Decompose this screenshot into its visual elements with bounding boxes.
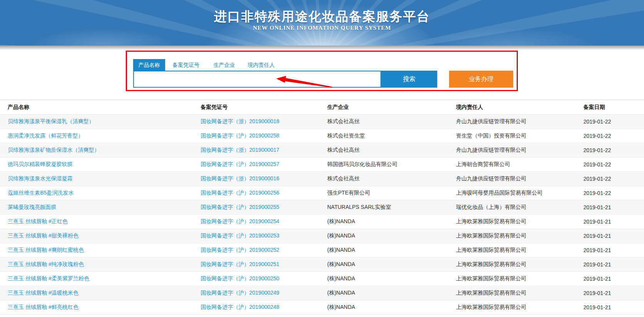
table-row: 蔻姬丝维生素B5盈润洗发水国妆网备进字（沪）2019000256强生PTE有限公…: [0, 186, 644, 200]
domestic-responsible-cell: 舟山九捷供应链管理有限公司: [456, 143, 583, 158]
header-banner: 进口非特殊用途化妆品备案服务平台 NEW ONLINE INFOMATION Q…: [0, 0, 644, 46]
certificate-number-link[interactable]: 国妆网备进字（沪）2019000254: [201, 215, 327, 229]
product-name-link[interactable]: 三熹玉 丝绒唇釉 #甜美裸粉色: [0, 229, 201, 243]
table-row: 三熹玉 丝绒唇釉 #温暖桃米色国妆网备进字（沪）2019000249(株)NAN…: [0, 286, 644, 300]
product-name-link[interactable]: 三熹玉 丝绒唇釉 #正红色: [0, 215, 201, 229]
filing-date-cell: 2019-01-21: [583, 243, 644, 258]
manufacturer-cell: (株)NANDA: [327, 243, 456, 258]
table-header-row: 产品名称 备案凭证号 生产企业 境内责任人 备案日期: [0, 100, 644, 115]
table-row: 贝缔雅海漾泉平衡保湿乳（清爽型）国妆网备进字（浙）2019000018株式会社高…: [0, 115, 644, 129]
page-title: 进口非特殊用途化妆品备案服务平台: [0, 9, 644, 24]
domestic-responsible-cell: 上海朝合商贸有限公司: [456, 158, 583, 172]
business-handling-button[interactable]: 业务办理: [449, 71, 513, 88]
product-name-link[interactable]: 三熹玉 丝绒唇釉 #柔美紫罗兰粉色: [0, 272, 201, 286]
domestic-responsible-cell: 上海欧莱雅国际贸易有限公司: [456, 272, 583, 286]
domestic-responsible-cell: 上海欧莱雅国际贸易有限公司: [456, 243, 583, 258]
domestic-responsible-cell: 上海欧莱雅国际贸易有限公司: [456, 258, 583, 272]
search-button[interactable]: 搜索: [381, 71, 437, 88]
tab-product-name[interactable]: 产品名称: [133, 59, 165, 71]
product-name-link[interactable]: 三熹玉 丝绒唇釉 #鲜亮桃红色: [0, 300, 201, 315]
domestic-responsible-cell: 上海欧莱雅国际贸易有限公司: [456, 215, 583, 229]
tab-domestic-responsible[interactable]: 境内责任人: [248, 59, 275, 71]
certificate-number-link[interactable]: 国妆网备进字（沪）2019000256: [201, 186, 327, 200]
product-name-link[interactable]: 惠润柔净洗发露（鲜花芳香型）: [0, 129, 201, 143]
domestic-responsible-cell: 舟山九捷供应链管理有限公司: [456, 172, 583, 186]
filing-date-cell: 2019-01-21: [583, 215, 644, 229]
product-name-link[interactable]: 德玛贝尔精装蜂胶凝胶软膜: [0, 158, 201, 172]
certificate-number-link[interactable]: 国妆网备进字（沪）2019000253: [201, 229, 327, 243]
manufacturer-cell: 株式会社高丝: [327, 172, 456, 186]
page: 进口非特殊用途化妆品备案服务平台 NEW ONLINE INFOMATION Q…: [0, 0, 644, 317]
certificate-number-link[interactable]: 国妆网备进字（沪）2019000249: [201, 286, 327, 300]
domestic-responsible-cell: 上海欧莱雅国际贸易有限公司: [456, 229, 583, 243]
manufacturer-cell: 韩国德玛贝尔化妆品有限公司: [327, 158, 456, 172]
filing-date-cell: 2019-01-21: [583, 286, 644, 300]
manufacturer-cell: 强生PTE有限公司: [327, 186, 456, 200]
manufacturer-cell: (株)NANDA: [327, 215, 456, 229]
certificate-number-link[interactable]: 国妆网备进字（沪）2019000248: [201, 300, 327, 315]
search-input[interactable]: [133, 71, 381, 88]
product-name-link[interactable]: 贝缔雅海漾泉平衡保湿乳（清爽型）: [0, 115, 201, 129]
table-row: 德玛贝尔精装蜂胶凝胶软膜国妆网备进字（沪）2019000257韩国德玛贝尔化妆品…: [0, 158, 644, 172]
col-header-filing-date: 备案日期: [583, 100, 644, 115]
domestic-responsible-cell: 上海欧莱雅国际贸易有限公司: [456, 300, 583, 315]
certificate-number-link[interactable]: 国妆网备进字（浙）2019000017: [201, 143, 327, 158]
table-row: 三熹玉 丝绒唇釉 #正红色国妆网备进字（沪）2019000254(株)NANDA…: [0, 215, 644, 229]
tab-certificate-number[interactable]: 备案凭证号: [172, 59, 199, 71]
page-subtitle: NEW ONLINE INFOMATION QUERY SYSTEM: [0, 24, 644, 31]
table-row: 三熹玉 丝绒唇釉 #甜美裸粉色国妆网备进字（沪）2019000253(株)NAN…: [0, 229, 644, 243]
certificate-number-link[interactable]: 国妆网备进字（沪）2019000250: [201, 272, 327, 286]
domestic-responsible-cell: 瑞优化妆品（上海）有限公司: [456, 200, 583, 215]
product-name-link[interactable]: 贝缔雅海漾泉水光保湿凝霜: [0, 172, 201, 186]
domestic-responsible-cell: 上海嗳呵母婴用品国际贸易有限公司: [456, 186, 583, 200]
table-row: 三熹玉 丝绒唇釉 #鲜亮桃红色国妆网备进字（沪）2019000248(株)NAN…: [0, 300, 644, 315]
certificate-number-link[interactable]: 国妆网备进字（沪）2019000252: [201, 243, 327, 258]
records-table: 产品名称 备案凭证号 生产企业 境内责任人 备案日期 贝缔雅海漾泉平衡保湿乳（清…: [0, 100, 644, 315]
certificate-number-link[interactable]: 国妆网备进字（浙）2019000016: [201, 172, 327, 186]
filing-date-cell: 2019-01-21: [583, 272, 644, 286]
manufacturer-cell: 株式会社高丝: [327, 143, 456, 158]
col-header-manufacturer: 生产企业: [327, 100, 456, 115]
filing-date-cell: 2019-01-21: [583, 300, 644, 315]
manufacturer-cell: (株)NANDA: [327, 258, 456, 272]
col-header-domestic-responsible: 境内责任人: [456, 100, 583, 115]
domestic-responsible-cell: 舟山九捷供应链管理有限公司: [456, 115, 583, 129]
certificate-number-link[interactable]: 国妆网备进字（浙）2019000018: [201, 115, 327, 129]
product-name-link[interactable]: 三熹玉 丝绒唇釉 #纯净玫瑰粉色: [0, 258, 201, 272]
manufacturer-cell: NATURALPS SARL实验室: [327, 200, 456, 215]
filing-date-cell: 2019-01-22: [583, 172, 644, 186]
certificate-number-link[interactable]: 国妆网备进字（沪）2019000258: [201, 129, 327, 143]
manufacturer-cell: 株式会社高丝: [327, 115, 456, 129]
table-row: 惠润柔净洗发露（鲜花芳香型）国妆网备进字（沪）2019000258株式会社资生堂…: [0, 129, 644, 143]
table-body: 贝缔雅海漾泉平衡保湿乳（清爽型）国妆网备进字（浙）2019000018株式会社高…: [0, 115, 644, 315]
product-name-link[interactable]: 贝缔雅海漾泉矿物质保湿水（清爽型）: [0, 143, 201, 158]
manufacturer-cell: (株)NANDA: [327, 272, 456, 286]
table-row: 三熹玉 丝绒唇釉 #爽朗红蜜桃色国妆网备进字（沪）2019000252(株)NA…: [0, 243, 644, 258]
banner-shadow: [0, 46, 644, 50]
manufacturer-cell: (株)NANDA: [327, 286, 456, 300]
certificate-number-link[interactable]: 国妆网备进字（沪）2019000251: [201, 258, 327, 272]
product-name-link[interactable]: 莱晞曼玫瑰亮颜面膜: [0, 200, 201, 215]
product-name-link[interactable]: 蔻姬丝维生素B5盈润洗发水: [0, 186, 201, 200]
table-row: 莱晞曼玫瑰亮颜面膜国妆网备进字（沪）2019000255NATURALPS SA…: [0, 200, 644, 215]
table-row: 贝缔雅海漾泉水光保湿凝霜国妆网备进字（浙）2019000016株式会社高丝舟山九…: [0, 172, 644, 186]
filing-date-cell: 2019-01-21: [583, 258, 644, 272]
certificate-number-link[interactable]: 国妆网备进字（沪）2019000255: [201, 200, 327, 215]
table-row: 三熹玉 丝绒唇釉 #纯净玫瑰粉色国妆网备进字（沪）2019000251(株)NA…: [0, 258, 644, 272]
col-header-product-name: 产品名称: [0, 100, 201, 115]
filing-date-cell: 2019-01-22: [583, 129, 644, 143]
filing-date-cell: 2019-01-21: [583, 200, 644, 215]
col-header-certificate-number: 备案凭证号: [201, 100, 327, 115]
product-name-link[interactable]: 三熹玉 丝绒唇釉 #温暖桃米色: [0, 286, 201, 300]
product-name-link[interactable]: 三熹玉 丝绒唇釉 #爽朗红蜜桃色: [0, 243, 201, 258]
table-row: 贝缔雅海漾泉矿物质保湿水（清爽型）国妆网备进字（浙）2019000017株式会社…: [0, 143, 644, 158]
tab-manufacturer[interactable]: 生产企业: [213, 59, 235, 71]
filing-date-cell: 2019-01-22: [583, 143, 644, 158]
domestic-responsible-cell: 资生堂（中国）投资有限公司: [456, 129, 583, 143]
manufacturer-cell: 株式会社资生堂: [327, 129, 456, 143]
domestic-responsible-cell: 上海欧莱雅国际贸易有限公司: [456, 286, 583, 300]
manufacturer-cell: (株)NANDA: [327, 229, 456, 243]
manufacturer-cell: (株)NANDA: [327, 300, 456, 315]
table-row: 三熹玉 丝绒唇釉 #柔美紫罗兰粉色国妆网备进字（沪）2019000250(株)N…: [0, 272, 644, 286]
certificate-number-link[interactable]: 国妆网备进字（沪）2019000257: [201, 158, 327, 172]
